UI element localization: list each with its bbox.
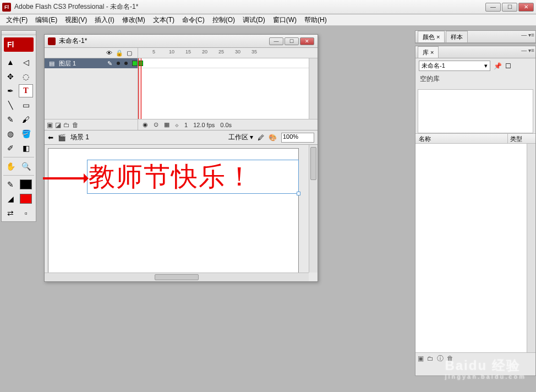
pencil-tool[interactable]: ✎ bbox=[3, 113, 18, 126]
frame-rate: 12.0 fps bbox=[193, 122, 215, 128]
panel-menu-icon[interactable]: ▾≡ bbox=[528, 32, 534, 38]
stage-vscrollbar[interactable] bbox=[309, 145, 318, 273]
tab-library[interactable]: 库 × bbox=[418, 46, 439, 58]
stage-viewport[interactable]: 教师节快乐！ bbox=[45, 145, 309, 273]
playhead[interactable] bbox=[138, 58, 141, 119]
tools-panel: Fl ▲ ◁ ✥ ◌ ✒ T ╲ ▭ ✎ 🖌 ◍ 🪣 ✐ ◧ ✋ 🔍 ✎ ◢ ⇄… bbox=[1, 30, 36, 222]
scene-name[interactable]: 场景 1 bbox=[70, 133, 89, 142]
panel-collapse-icon[interactable]: — bbox=[521, 32, 527, 38]
menu-modify[interactable]: 修改(M) bbox=[118, 14, 149, 26]
back-button[interactable]: ⬅ bbox=[48, 134, 53, 141]
stage-hscrollbar[interactable] bbox=[45, 273, 309, 281]
panel-collapse-icon[interactable]: — bbox=[521, 47, 527, 53]
subselection-tool[interactable]: ◁ bbox=[19, 56, 33, 69]
lasso-tool[interactable]: ◌ bbox=[19, 70, 33, 83]
maximize-button[interactable]: ☐ bbox=[502, 3, 517, 12]
no-color-icon[interactable]: ▫ bbox=[19, 206, 33, 220]
panel-menu-icon[interactable]: ▾≡ bbox=[528, 47, 534, 53]
menu-debug[interactable]: 调试(D) bbox=[239, 14, 269, 26]
document-icon bbox=[48, 37, 56, 45]
stroke-swatch[interactable] bbox=[19, 178, 33, 191]
rectangle-tool[interactable]: ▭ bbox=[19, 99, 33, 112]
library-document-dropdown[interactable]: 未命名-1▾ bbox=[419, 61, 490, 71]
new-guide-layer-button[interactable]: ◪ bbox=[55, 121, 61, 129]
brush-tool[interactable]: 🖌 bbox=[19, 113, 33, 126]
free-transform-tool[interactable]: ✥ bbox=[3, 70, 18, 83]
text-tool[interactable]: T bbox=[19, 84, 33, 97]
center-frame-icon[interactable]: ⟐ bbox=[175, 122, 179, 128]
tab-swatches[interactable]: 样本 bbox=[446, 31, 468, 42]
edit-multiple-icon[interactable]: ▦ bbox=[164, 121, 169, 128]
doc-minimize-button[interactable]: — bbox=[269, 37, 283, 45]
ruler-tick: 35 bbox=[251, 49, 257, 55]
layer-lock-dot[interactable] bbox=[124, 62, 128, 65]
text-box[interactable]: 教师节快乐！ bbox=[87, 160, 299, 194]
layer-row[interactable]: ▤ 图层 1 ✎ bbox=[45, 58, 138, 68]
app-icon: Fl bbox=[2, 3, 11, 12]
paint-bucket-tool[interactable]: 🪣 bbox=[19, 127, 33, 140]
menu-commands[interactable]: 命令(C) bbox=[178, 14, 209, 26]
new-layer-button[interactable]: ▣ bbox=[47, 121, 53, 129]
layer-visible-dot[interactable] bbox=[117, 62, 120, 65]
doc-close-button[interactable]: ✕ bbox=[300, 37, 314, 45]
fill-swatch[interactable] bbox=[19, 192, 33, 205]
menu-file[interactable]: 文件(F) bbox=[2, 14, 31, 26]
new-folder-button[interactable]: 🗀 bbox=[63, 121, 70, 129]
menu-text[interactable]: 文本(T) bbox=[149, 14, 178, 26]
menu-window[interactable]: 窗口(W) bbox=[269, 14, 300, 26]
delete-layer-button[interactable]: 🗑 bbox=[72, 121, 79, 129]
layer-name[interactable]: 图层 1 bbox=[59, 59, 103, 68]
tab-color[interactable]: 颜色 × bbox=[418, 31, 445, 42]
onion-outline-icon[interactable]: ⊙ bbox=[154, 121, 158, 128]
eyedropper-tool[interactable]: ✐ bbox=[3, 141, 18, 155]
new-library-icon[interactable]: ☐ bbox=[505, 62, 511, 70]
library-vscrollbar[interactable] bbox=[527, 144, 535, 352]
zoom-tool[interactable]: 🔍 bbox=[19, 160, 33, 173]
minimize-button[interactable]: — bbox=[485, 3, 501, 12]
layer-outline-box[interactable] bbox=[132, 61, 138, 66]
timeline-vscrollbar[interactable] bbox=[309, 58, 318, 119]
timeline-ruler[interactable]: 5 10 15 20 25 30 35 bbox=[138, 48, 318, 58]
eraser-tool[interactable]: ◧ bbox=[19, 141, 33, 155]
hand-tool[interactable]: ✋ bbox=[3, 160, 18, 173]
workspace-dropdown[interactable]: 工作区 ▾ bbox=[228, 133, 253, 142]
outline-column-icon[interactable]: ▢ bbox=[127, 50, 132, 57]
delete-button[interactable]: 🗑 bbox=[447, 355, 453, 362]
properties-button[interactable]: ⓘ bbox=[437, 354, 444, 363]
pin-library-icon[interactable]: 📌 bbox=[494, 62, 502, 70]
new-folder-button[interactable]: 🗀 bbox=[427, 355, 434, 362]
edit-scene-icon[interactable]: 🖉 bbox=[258, 134, 264, 141]
doc-maximize-button[interactable]: ☐ bbox=[285, 37, 299, 45]
lock-column-icon[interactable]: 🔒 bbox=[116, 50, 123, 57]
stage[interactable]: 教师节快乐！ bbox=[48, 148, 299, 273]
library-col-type[interactable]: 类型 bbox=[508, 134, 535, 143]
close-button[interactable]: ✕ bbox=[518, 3, 534, 12]
new-symbol-button[interactable]: ▣ bbox=[418, 355, 424, 362]
selection-tool[interactable]: ▲ bbox=[3, 56, 18, 69]
swap-colors-icon[interactable]: ⇄ bbox=[3, 206, 18, 220]
resize-handle[interactable] bbox=[297, 192, 300, 195]
pen-tool[interactable]: ✒ bbox=[3, 84, 18, 97]
timeline-layers: ▤ 图层 1 ✎ bbox=[45, 58, 138, 119]
edit-symbol-icon[interactable]: 🎨 bbox=[269, 134, 277, 141]
line-tool[interactable]: ╲ bbox=[3, 99, 18, 112]
layer-icon: ▤ bbox=[49, 60, 54, 67]
menu-control[interactable]: 控制(O) bbox=[209, 14, 239, 26]
zoom-combo[interactable]: 100% bbox=[281, 133, 314, 143]
menu-edit[interactable]: 编辑(E) bbox=[31, 14, 61, 26]
menu-view[interactable]: 视图(V) bbox=[61, 14, 91, 26]
canvas-text[interactable]: 教师节快乐！ bbox=[87, 160, 298, 193]
pencil-icon: ✎ bbox=[107, 60, 112, 67]
tools-grip[interactable] bbox=[2, 31, 36, 35]
library-list[interactable] bbox=[415, 144, 535, 353]
timeline-frames[interactable] bbox=[138, 58, 309, 119]
ink-bottle-tool[interactable]: ◍ bbox=[3, 127, 18, 140]
library-col-name[interactable]: 名称 bbox=[415, 134, 508, 143]
document-titlebar[interactable]: 未命名-1* — ☐ ✕ bbox=[45, 35, 318, 48]
onion-skin-icon[interactable]: ◉ bbox=[143, 121, 148, 128]
menu-help[interactable]: 帮助(H) bbox=[300, 14, 331, 26]
visibility-column-icon[interactable]: 👁 bbox=[106, 50, 112, 56]
menubar: 文件(F) 编辑(E) 视图(V) 插入(I) 修改(M) 文本(T) 命令(C… bbox=[0, 14, 536, 26]
menu-insert[interactable]: 插入(I) bbox=[91, 14, 118, 26]
frame-row[interactable] bbox=[138, 58, 309, 68]
